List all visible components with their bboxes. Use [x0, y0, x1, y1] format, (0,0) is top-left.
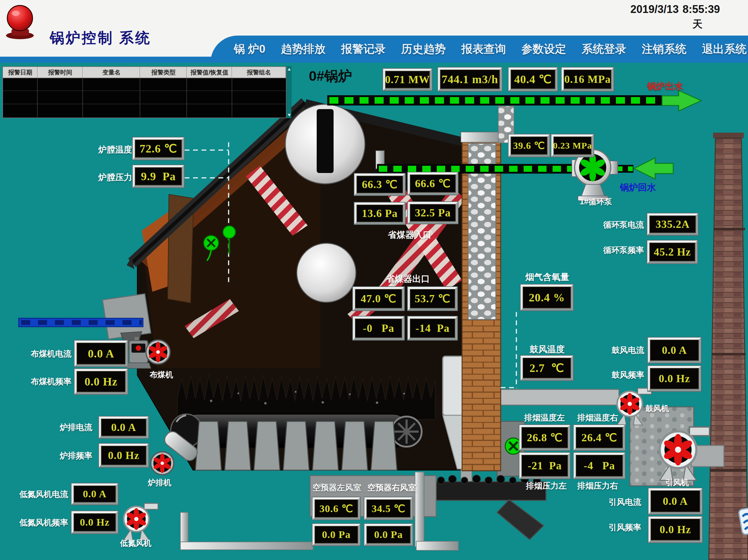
coal-feeder-fan-icon[interactable]: [146, 340, 170, 364]
preheater-right-temp-display: 34.5 ℃: [364, 497, 413, 519]
furnace-pressure-label: 炉膛压力: [98, 172, 132, 183]
boiler-title: 0#锅炉: [309, 67, 352, 86]
induced-fan-label: 引风机: [665, 478, 689, 488]
eco-outlet-press-right-display: -14 Pa: [408, 316, 457, 340]
lownox-fan-label: 低氮风机: [120, 538, 151, 549]
alarm-table-scrollbar[interactable]: [286, 66, 291, 118]
alarm-table-header: 报警日期 报警时间 变量名 报警类型 报警值/恢复值 报警组名: [3, 67, 286, 78]
lownox-current-label: 低氮风机电流: [19, 489, 68, 500]
blast-freq-display: 0.0 Hz: [648, 366, 701, 391]
flue-o2-display: 20.4 %: [520, 285, 573, 311]
flue-temp-right-display: 26.4 ℃: [574, 425, 625, 450]
preheater-left-label: 空预器左风室: [312, 482, 361, 493]
eco-inlet-temp-left-display: 66.3 ℃: [354, 174, 405, 195]
induced-current-display: 0.0 A: [649, 488, 702, 514]
preheater-right-press-display: 0.0 Pa: [364, 524, 413, 545]
furnace-pressure-display: 9.9 Pa: [133, 165, 184, 188]
flue-o2-label: 烟气含氧量: [525, 271, 569, 283]
outlet-power-display: 0.71 MW: [383, 69, 432, 91]
scroll-up-icon[interactable]: [288, 68, 291, 71]
alarm-table-body: [3, 78, 286, 117]
chimney: [709, 132, 748, 560]
lownox-freq-label: 低氮风机频率: [19, 517, 68, 528]
menu-item-exit[interactable]: 退出系统: [702, 42, 747, 57]
alarm-table[interactable]: 报警日期 报警时间 变量名 报警类型 报警值/恢复值 报警组名: [2, 66, 286, 118]
grate-freq-display: 0.0 Hz: [99, 444, 148, 467]
alarm-col-variable: 变量名: [83, 67, 140, 78]
scada-screen: 锅炉控制 系统 2019/3/13 8:55:39 天: [0, 0, 748, 560]
blast-fan-label: 鼓风机: [646, 403, 669, 414]
menu-item-system-login[interactable]: 系统登录: [582, 42, 626, 57]
blast-current-label: 鼓风电流: [612, 345, 644, 356]
scroll-down-icon[interactable]: [288, 114, 291, 116]
blast-temp-label: 鼓风温度: [530, 344, 565, 356]
pump-freq-display: 45.2 Hz: [647, 241, 697, 263]
grate-machine-label: 炉排机: [148, 478, 171, 488]
flue-temp-right-label: 排烟温度右: [577, 412, 618, 423]
coal-feeder-freq-label: 布煤机频率: [31, 376, 71, 387]
coal-feeder-label: 布煤机: [149, 369, 173, 380]
economizer-cap: [461, 132, 503, 142]
grate-current-display: 0.0 A: [99, 416, 148, 438]
pump-freq-label: 循环泵频率: [603, 245, 644, 255]
blast-current-display: 0.0 A: [648, 338, 701, 363]
eco-outlet-label: 省煤器出口: [386, 273, 430, 285]
circulation-pump-label: 1#循环泵: [580, 196, 612, 207]
eco-inlet-temp-right-display: 66.6 ℃: [408, 172, 458, 195]
blast-air-duct: [501, 389, 619, 405]
lownox-current-display: 0.0 A: [71, 483, 118, 505]
flue-press-left-label: 排烟压力左: [526, 481, 567, 491]
eco-outlet-press-left-display: -0 Pa: [353, 316, 404, 340]
eco-outlet-temp-right-display: 53.7 ℃: [408, 287, 457, 311]
eco-inlet-press-left-display: 13.6 Pa: [354, 202, 405, 224]
alarm-col-date: 报警日期: [3, 67, 38, 78]
induced-freq-display: 0.0 Hz: [649, 517, 702, 542]
induced-current-label: 引风电流: [609, 497, 641, 508]
preheater-left-press-display: 0.0 Pa: [312, 524, 360, 545]
menu-item-logout[interactable]: 注销系统: [642, 42, 686, 57]
pump-current-label: 循环泵电流: [603, 219, 644, 230]
blast-temp-display: 2.7 ℃: [520, 356, 573, 380]
menu-item-report-query[interactable]: 报表查询: [461, 42, 506, 57]
outlet-pressure-display: 0.16 MPa: [562, 68, 613, 91]
alarm-col-group: 报警组名: [232, 67, 286, 78]
lownox-freq-display: 0.0 Hz: [71, 511, 118, 534]
main-menu: 锅 炉0 趋势排放 报警记录 历史趋势 报表查询 参数设定 系统登录 注销系统 …: [234, 38, 747, 61]
menu-item-alarm-record[interactable]: 报警记录: [341, 42, 386, 57]
flue-temp-left-display: 26.8 ℃: [519, 425, 570, 450]
menu-item-parameter-setting[interactable]: 参数设定: [521, 42, 566, 57]
return-pressure-display: 0.23 MPa: [551, 135, 593, 157]
preheater-left-temp-display: 30.6 ℃: [312, 497, 360, 519]
return-temp-display: 39.6 ℃: [509, 135, 550, 157]
eco-outlet-temp-left-display: 47.0 ℃: [353, 287, 404, 311]
return-water-label: 锅炉回水: [620, 181, 656, 194]
eco-inlet-press-right-display: 32.5 Pa: [408, 202, 458, 224]
menu-item-history-trend[interactable]: 历史趋势: [401, 42, 446, 57]
circulation-pump-icon[interactable]: [572, 149, 618, 201]
menu-item-boiler0[interactable]: 锅 炉0: [234, 42, 265, 57]
return-flow-arrow: [634, 158, 673, 179]
flue-press-right-label: 排烟压力右: [577, 481, 618, 491]
grate-current-label: 炉排电流: [60, 422, 92, 433]
alarm-lamp-icon: [6, 5, 34, 39]
menu-item-trend-emission[interactable]: 趋势排放: [281, 42, 325, 57]
outlet-flow-display: 744.1 m3/h: [438, 68, 502, 91]
grate-fan-icon[interactable]: [151, 452, 174, 475]
alarm-col-value: 报警值/恢复值: [187, 67, 232, 78]
alarm-col-time: 报警时间: [38, 67, 83, 78]
blast-freq-label: 鼓风频率: [612, 369, 644, 380]
grate-freq-label: 炉排频率: [60, 450, 92, 461]
induced-freq-label: 引风频率: [609, 522, 641, 533]
flue-press-left-display: -21 Pa: [519, 453, 570, 479]
coal-feeder-current-label: 布煤机电流: [31, 348, 71, 359]
low-nox-fan-icon[interactable]: [124, 503, 158, 540]
furnace-temp-label: 炉膛温度: [98, 144, 132, 155]
outlet-flow-arrow: [662, 91, 701, 111]
flue-temp-left-label: 排烟温度左: [524, 412, 565, 423]
flue-press-right-display: -4 Pa: [574, 453, 625, 479]
preheater-right-label: 空预器右风室: [367, 482, 416, 493]
coal-feeder-current-display: 0.0 A: [74, 341, 127, 366]
coal-feeder-freq-display: 0.0 Hz: [74, 369, 127, 394]
alarm-col-type: 报警类型: [140, 67, 187, 78]
pump-current-display: 335.2A: [647, 213, 698, 235]
